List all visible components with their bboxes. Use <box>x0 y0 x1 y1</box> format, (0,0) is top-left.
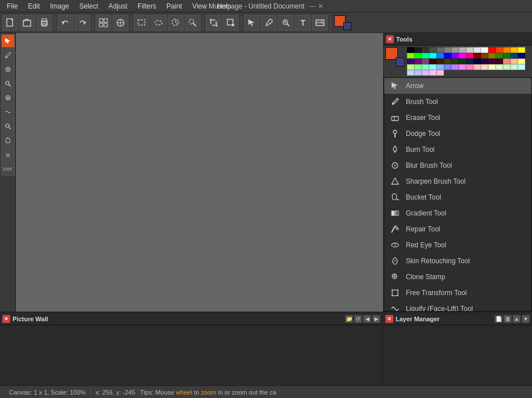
tool-item-red-eye-tool[interactable]: Red Eye Tool <box>384 237 531 253</box>
palette-color-cell[interactable] <box>437 70 444 76</box>
palette-color-cell[interactable] <box>496 59 503 64</box>
palette-color-cell[interactable] <box>437 64 444 70</box>
left-tool-blur[interactable] <box>1 63 15 76</box>
left-tool-arrow[interactable] <box>1 34 15 48</box>
palette-color-cell[interactable] <box>414 53 422 59</box>
browse2-button[interactable] <box>113 15 128 31</box>
palette-color-cell[interactable] <box>422 59 429 64</box>
palette-color-cell[interactable] <box>503 59 510 64</box>
palette-color-cell[interactable] <box>414 64 422 70</box>
tool-item-repair-tool[interactable]: Repair Tool <box>384 221 531 237</box>
palette-color-cell[interactable] <box>444 59 451 64</box>
print-button[interactable] <box>36 15 52 31</box>
left-tool-liquify[interactable] <box>1 105 15 119</box>
tool-item-free-transform-tool[interactable]: Free Transform Tool <box>384 285 531 301</box>
palette-color-cell[interactable] <box>444 47 451 53</box>
palette-color-cell[interactable] <box>488 59 496 64</box>
palette-color-cell[interactable] <box>429 64 437 70</box>
picture-wall-close[interactable]: ✕ <box>2 315 10 323</box>
left-tool-exif[interactable]: EXIF <box>1 162 15 176</box>
palette-color-cell[interactable] <box>466 59 473 64</box>
arrow-tool-button[interactable] <box>244 15 260 31</box>
palette-color-cell[interactable] <box>459 47 466 53</box>
ellipse-select-button[interactable] <box>151 15 167 31</box>
tool-item-brush-tool[interactable]: Brush Tool <box>384 94 531 110</box>
palette-color-cell[interactable] <box>473 64 481 70</box>
palette-color-cell[interactable] <box>473 59 481 64</box>
tool-item-gradient-tool[interactable]: Gradient Tool <box>384 205 531 221</box>
palette-color-cell[interactable] <box>510 47 518 53</box>
palette-color-cell[interactable] <box>518 64 525 70</box>
redo-button[interactable] <box>74 15 90 31</box>
transform-button[interactable] <box>223 15 239 31</box>
palette-color-cell[interactable] <box>451 64 459 70</box>
palette-bg[interactable] <box>396 57 405 67</box>
picture-wall-open[interactable]: 📁 <box>345 315 353 323</box>
palette-color-cell[interactable] <box>496 53 503 59</box>
palette-color-cell[interactable] <box>407 70 414 76</box>
palette-color-cell[interactable] <box>510 59 518 64</box>
palette-color-cell[interactable] <box>422 64 429 70</box>
canvas[interactable] <box>16 33 383 312</box>
palette-color-cell[interactable] <box>473 47 481 53</box>
palette-color-cell[interactable] <box>414 59 422 64</box>
palette-color-cell[interactable] <box>429 59 437 64</box>
palette-active-colors[interactable] <box>385 47 405 67</box>
tool-item-liquify-(face-lift)-tool[interactable]: Liquify (Face-Lift) Tool <box>384 301 531 312</box>
zoom-tool-button[interactable] <box>278 15 294 31</box>
magic-wand-button[interactable] <box>185 15 201 31</box>
left-tool-clone[interactable] <box>1 91 15 105</box>
palette-color-cell[interactable] <box>407 64 414 70</box>
palette-color-cell[interactable] <box>503 64 510 70</box>
palette-color-cell[interactable] <box>422 47 429 53</box>
palette-color-cell[interactable] <box>407 47 414 53</box>
palette-color-cell[interactable] <box>488 53 496 59</box>
menu-filters[interactable]: Filters <box>133 1 161 11</box>
palette-color-cell[interactable] <box>481 53 488 59</box>
tool-item-eraser-tool[interactable]: Eraser Tool <box>384 110 531 126</box>
palette-color-cell[interactable] <box>444 64 451 70</box>
palette-color-cell[interactable] <box>481 59 488 64</box>
new-button[interactable] <box>2 15 18 31</box>
picture-wall-next[interactable]: ▶ <box>372 315 380 323</box>
layer-delete[interactable]: 🗑 <box>504 315 512 323</box>
image-tool-button[interactable] <box>312 15 328 31</box>
palette-color-cell[interactable] <box>437 53 444 59</box>
palette-color-cell[interactable] <box>496 64 503 70</box>
canvas-area[interactable] <box>16 33 383 312</box>
palette-color-cell[interactable] <box>444 53 451 59</box>
open-button[interactable] <box>19 15 35 31</box>
rect-select-button[interactable] <box>134 15 149 31</box>
palette-color-cell[interactable] <box>422 70 429 76</box>
tool-item-sharpen-brush-tool[interactable]: Sharpen Brush Tool <box>384 173 531 189</box>
palette-color-cell[interactable] <box>437 47 444 53</box>
palette-color-cell[interactable] <box>429 53 437 59</box>
tool-item-bucket-tool[interactable]: Bucket Tool <box>384 189 531 205</box>
tool-item-arrow[interactable]: Arrow <box>384 78 531 94</box>
palette-color-cell[interactable] <box>488 64 496 70</box>
palette-color-cell[interactable] <box>407 59 414 64</box>
palette-color-cell[interactable] <box>503 47 510 53</box>
menu-select[interactable]: Select <box>74 1 102 11</box>
left-tool-zoom[interactable] <box>1 119 15 133</box>
palette-color-cell[interactable] <box>459 64 466 70</box>
palette-color-cell[interactable] <box>451 59 459 64</box>
lasso-button[interactable] <box>168 15 184 31</box>
tools-panel-close[interactable]: ✕ <box>386 35 394 43</box>
tool-item-burn-tool[interactable]: Burn Tool <box>384 142 531 157</box>
palette-color-cell[interactable] <box>414 70 422 76</box>
palette-color-cell[interactable] <box>459 53 466 59</box>
bg-color[interactable] <box>343 22 351 30</box>
left-tool-search[interactable] <box>1 77 15 90</box>
palette-color-cell[interactable] <box>414 47 422 53</box>
crop-button[interactable] <box>206 15 222 31</box>
palette-color-cell[interactable] <box>466 64 473 70</box>
menu-image[interactable]: Image <box>45 1 73 11</box>
layer-down[interactable]: ▼ <box>522 315 530 323</box>
palette-color-cell[interactable] <box>510 64 518 70</box>
palette-color-cell[interactable] <box>488 47 496 53</box>
color-swatch[interactable] <box>333 14 352 31</box>
palette-color-cell[interactable] <box>496 47 503 53</box>
palette-color-cell[interactable] <box>451 53 459 59</box>
menu-view[interactable]: View <box>188 1 211 11</box>
